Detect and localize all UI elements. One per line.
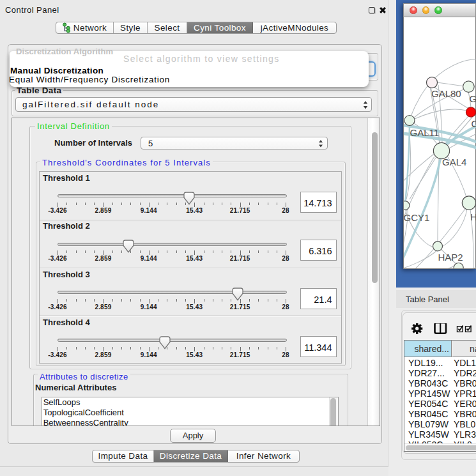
- svg-text:GCY1: GCY1: [404, 212, 429, 223]
- svg-text:GAL4: GAL4: [442, 157, 466, 167]
- svg-text:HAP2: HAP2: [438, 252, 463, 263]
- svg-text:C: C: [472, 118, 476, 129]
- svg-text:GA: GA: [470, 93, 476, 104]
- svg-text:GAL11: GAL11: [410, 127, 440, 138]
- svg-text:HA: HA: [470, 211, 476, 222]
- svg-text:GAL80: GAL80: [431, 88, 461, 99]
